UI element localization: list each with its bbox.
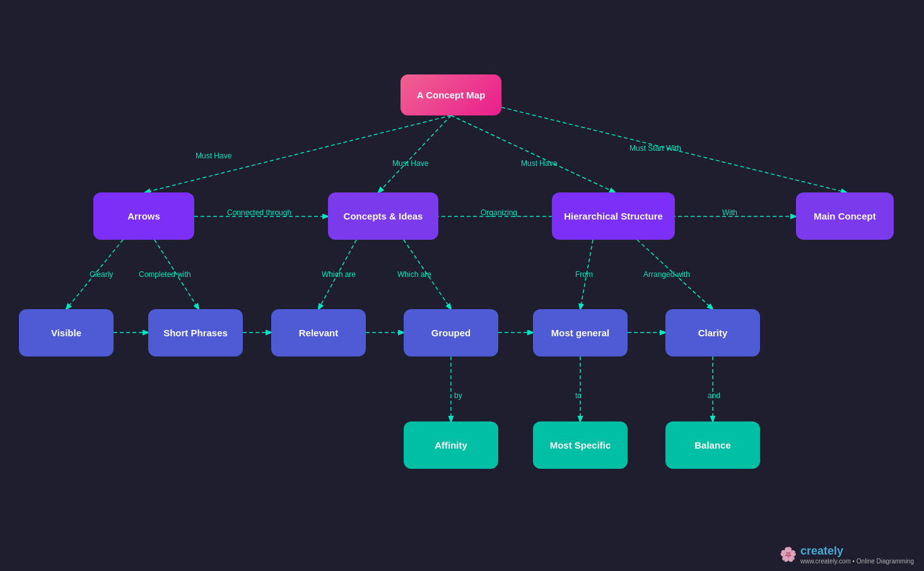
node-main-concept[interactable]: Main Concept <box>796 192 894 240</box>
svg-line-0 <box>145 115 451 192</box>
node-hierarchical[interactable]: Hierarchical Structure <box>552 192 675 240</box>
edge-label-which-are-left: Which are <box>322 270 356 279</box>
node-short-phrases[interactable]: Short Phrases <box>148 309 243 356</box>
node-most-general[interactable]: Most general <box>533 309 628 356</box>
edge-label-arranged-with: Arranged with <box>643 270 690 279</box>
node-affinity[interactable]: Affinity <box>404 421 498 469</box>
edge-label-from: From <box>575 270 593 279</box>
edge-label-organizing: Organizing <box>481 208 517 217</box>
edge-label-must-have-left: Must Have <box>196 151 231 160</box>
diagram-container: Must Have Must Have Must Have Must Start… <box>0 0 924 571</box>
svg-line-2 <box>451 115 615 192</box>
node-visible[interactable]: Visible <box>19 309 114 356</box>
edge-label-must-have-center: Must Have <box>392 159 428 168</box>
edge-label-must-have-right: Must Have <box>521 159 557 168</box>
svg-line-1 <box>378 115 451 192</box>
node-grouped[interactable]: Grouped <box>404 309 498 356</box>
edge-label-connected-through: Connected through <box>227 208 291 217</box>
edge-label-clearly: Clearly <box>90 270 113 279</box>
edge-label-and: and <box>708 391 720 400</box>
node-arrows[interactable]: Arrows <box>93 192 194 240</box>
node-concept-map[interactable]: A Concept Map <box>401 74 501 115</box>
node-concepts-ideas[interactable]: Concepts & Ideas <box>328 192 438 240</box>
watermark-url: www.creately.com • Online Diagramming <box>800 558 914 565</box>
node-clarity[interactable]: Clarity <box>665 309 760 356</box>
node-balance[interactable]: Balance <box>665 421 760 469</box>
edge-label-which-are-right: Which are <box>397 270 431 279</box>
node-relevant[interactable]: Relevant <box>271 309 366 356</box>
edge-label-to: to <box>575 391 582 400</box>
edge-label-with: With <box>722 208 737 217</box>
watermark: 🌸 creately www.creately.com • Online Dia… <box>780 545 914 565</box>
edge-label-by: by <box>454 391 462 400</box>
edge-label-completed-with: Completed with <box>139 270 191 279</box>
edge-label-must-start-with: Must Start With <box>629 144 681 153</box>
node-most-specific[interactable]: Most Specific <box>533 421 628 469</box>
watermark-logo: creately <box>800 545 914 558</box>
